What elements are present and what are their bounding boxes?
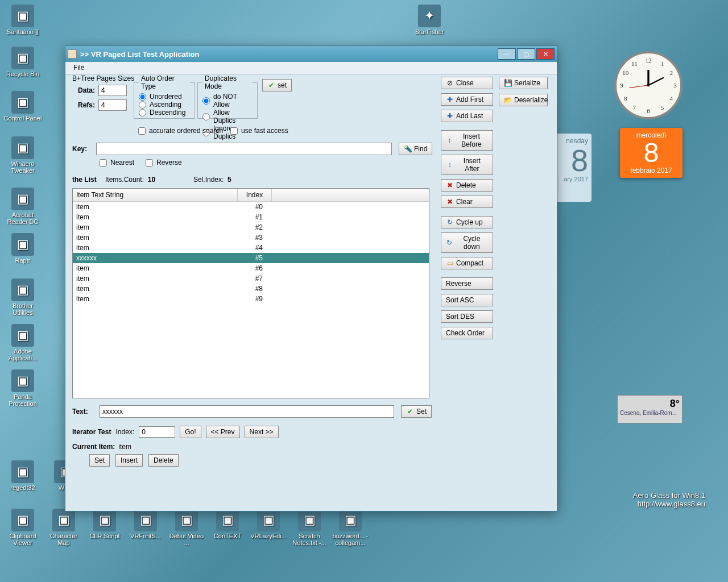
app-icon: ▣ — [11, 369, 34, 392]
side-button[interactable]: Reverse — [441, 277, 493, 290]
svg-text:11: 11 — [631, 60, 638, 67]
desktop-icon[interactable]: ▣Character Map — [44, 509, 84, 546]
iter-insert-button[interactable]: Insert — [115, 454, 143, 467]
titlebar[interactable]: >> VR Paged List Test Application — ▢ ✕ — [65, 46, 557, 62]
menubar: File — [65, 62, 557, 74]
side-button[interactable]: Cycle down — [441, 232, 493, 253]
side-button[interactable]: Clear — [441, 196, 493, 208]
desktop-icon[interactable]: ▣regedt32 — [3, 460, 43, 491]
chk-nearest[interactable] — [100, 159, 107, 167]
index-input[interactable] — [139, 426, 175, 438]
text-set-button[interactable]: Set — [401, 405, 432, 418]
desktop-icon[interactable]: ▣Adobe Applicati... — [3, 324, 43, 361]
list-item[interactable]: item#3 — [73, 232, 429, 243]
ins-icon — [446, 161, 454, 169]
radio-ascending[interactable] — [139, 101, 146, 109]
chk-fast[interactable] — [230, 127, 238, 135]
weather-gadget[interactable]: 8° Cesena, Emilia-Rom... — [617, 395, 682, 423]
desktop-icon[interactable]: ▣CLR Script — [85, 509, 125, 539]
side-button[interactable]: Check Order — [441, 327, 493, 339]
set-button[interactable]: set — [262, 79, 292, 92]
radio-allow[interactable] — [202, 113, 210, 120]
side-button[interactable]: Sort DES — [441, 310, 493, 323]
desktop-icon[interactable]: ▣VRFontS... — [126, 509, 166, 539]
col-index[interactable]: Index — [238, 189, 272, 201]
col-item-text[interactable]: Item Text String — [73, 189, 238, 201]
desktop-icon[interactable]: ▣VRLazyEdi... — [249, 509, 288, 539]
desktop-icon[interactable]: ▣Control Panel — [3, 91, 43, 122]
desktop-icon[interactable]: ▣Scratch Notes.txt -... — [289, 509, 329, 546]
side-button[interactable]: Delete — [441, 179, 493, 192]
desktop-icon[interactable]: ▣Santuario ][ — [3, 5, 43, 35]
radio-unordered[interactable] — [139, 93, 146, 101]
list-item[interactable]: item#7 — [73, 273, 429, 284]
chk-accurate[interactable] — [138, 127, 146, 135]
radio-not-allow[interactable] — [202, 97, 210, 105]
desktop-icon[interactable]: ▣Clipboard Viewer — [3, 509, 43, 546]
data-input[interactable] — [98, 85, 127, 96]
close-button[interactable]: ✕ — [536, 48, 555, 60]
find-button[interactable]: Find — [399, 143, 432, 155]
side-button[interactable]: Add First — [441, 93, 493, 106]
refs-input[interactable] — [98, 99, 127, 111]
side-button[interactable]: Insert After — [441, 155, 493, 175]
desktop-icon[interactable]: ▣Acrobat Reader DC — [3, 188, 43, 225]
desktop-icon-starfisher[interactable]: ✦ StarFisher — [410, 5, 449, 35]
maximize-button[interactable]: ▢ — [517, 48, 535, 60]
app-icon: ▣ — [52, 509, 75, 531]
desktop-icon[interactable]: ▣Recycle Bin — [3, 47, 43, 77]
data-label: Data: — [72, 86, 95, 94]
prev-button[interactable]: << Prev — [206, 426, 240, 438]
iter-set-button[interactable]: Set — [89, 454, 110, 467]
list-item[interactable]: item#6 — [73, 263, 429, 273]
minimize-button[interactable]: — — [498, 48, 516, 60]
close-icon — [446, 79, 454, 87]
svg-text:3: 3 — [673, 82, 677, 89]
iterator-label: Iterator Test — [72, 428, 111, 436]
menu-file[interactable]: File — [70, 63, 88, 73]
app-icon: ▣ — [11, 460, 34, 483]
next-button[interactable]: Next >> — [245, 426, 279, 438]
desktop-icon[interactable]: ▣Panda Protection — [3, 369, 43, 407]
side-button[interactable]: Close — [441, 77, 493, 89]
listview[interactable]: Item Text String Index item#0item#1item#… — [72, 188, 429, 398]
chk-reverse[interactable] — [146, 159, 153, 167]
key-input[interactable] — [96, 143, 392, 155]
list-item[interactable]: item#0 — [73, 202, 429, 212]
desktop-icon[interactable]: ▣Raptr — [3, 233, 43, 264]
star-icon: ✦ — [418, 5, 441, 27]
list-item[interactable]: item#1 — [73, 212, 429, 222]
list-item[interactable]: item#9 — [73, 294, 429, 304]
desktop-icon[interactable]: ▣ConTEXT — [208, 509, 247, 539]
desktop-icon[interactable]: ▣Debut Video ... — [167, 509, 206, 546]
list-item[interactable]: xxxxxx#5 — [73, 253, 429, 263]
radio-descending[interactable] — [139, 109, 146, 117]
side-button[interactable]: Serialize — [499, 77, 548, 89]
list-item[interactable]: item#8 — [73, 284, 429, 294]
iter-delete-button[interactable]: Delete — [148, 454, 179, 467]
app-icon: ▣ — [175, 509, 198, 531]
check-icon — [267, 81, 275, 89]
index-label: Index: — [115, 428, 134, 436]
desktop-icon[interactable]: ▣Brother Utilities — [3, 278, 43, 316]
clock-gadget[interactable]: 1212 345 678 91011 — [614, 51, 682, 119]
ins-icon — [446, 136, 453, 144]
calendar-gadget[interactable]: mercoledì 8 febbraio 2017 — [620, 128, 682, 178]
side-button[interactable]: Sort ASC — [441, 294, 493, 306]
app-icon — [68, 49, 77, 59]
desktop-icon[interactable]: ▣buzzword... - collegam... — [330, 509, 370, 546]
auto-order-group: Auto Order Type Unordered Ascending Desc… — [134, 74, 195, 119]
list-item[interactable]: item#2 — [73, 222, 429, 232]
list-item[interactable]: item#4 — [73, 243, 429, 253]
side-button[interactable]: Cycle up — [441, 216, 493, 228]
go-button[interactable]: Go! — [180, 426, 201, 438]
desktop-icon[interactable]: ▣Winaero Tweaker — [3, 136, 43, 174]
side-button[interactable]: Insert Before — [441, 130, 493, 151]
app-icon: ▣ — [339, 509, 362, 531]
side-button[interactable]: Compact — [441, 257, 493, 269]
text-input[interactable] — [100, 405, 394, 418]
side-button[interactable]: Add Last — [441, 110, 493, 122]
side-button[interactable]: Deserialize — [499, 94, 548, 106]
svg-text:1: 1 — [661, 60, 664, 67]
app-icon: ▣ — [11, 47, 34, 69]
